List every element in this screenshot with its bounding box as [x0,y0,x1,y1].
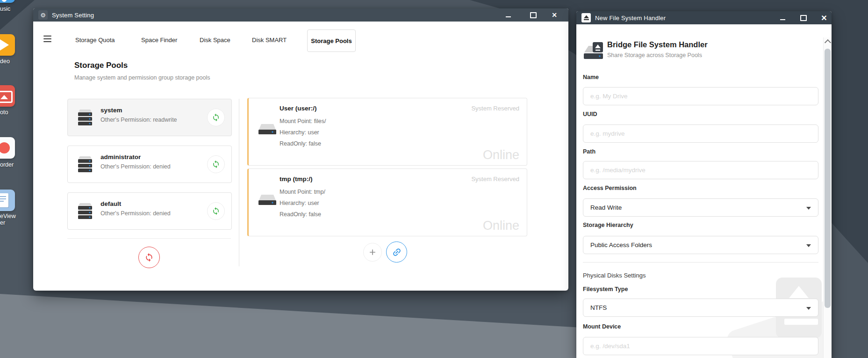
handler-readonly: ReadOnly: false [280,140,321,147]
handler-window-title: New File System Handler [595,11,666,24]
handler-title: User (user:/) [280,105,317,112]
gear-icon: ⚙ [38,10,48,20]
play-icon [0,39,9,51]
new-file-system-handler-window: New File System Handler ✕ [576,11,832,358]
handler-form: Bridge File System Handler Share Storage… [576,24,832,358]
pool-name: system [100,107,122,114]
storage-hierarchy-select[interactable]: Public Access Folders [583,236,818,254]
name-input[interactable] [583,87,818,105]
add-handler-button[interactable] [363,243,382,262]
handler-card-user[interactable]: User (user:/) Mount Point: files/ Hierar… [247,98,527,166]
access-permission-value: Read Write [590,204,622,211]
handler-mount-point: Mount Point: tmp/ [280,189,325,195]
pool-list-divider [67,238,231,239]
refresh-pools-button[interactable] [138,247,160,268]
handler-form-title: Bridge File System Handler [607,40,708,49]
handler-mount-point: Mount Point: files/ [280,118,326,124]
handler-form-subtitle: Share Storage across Storage Pools [607,52,702,58]
scrollbar-thumb[interactable] [825,49,831,308]
form-divider [583,262,818,263]
chevron-down-icon [806,244,811,247]
fileviewer-app-label: eView [0,213,16,219]
close-button[interactable]: ✕ [551,12,558,18]
sync-pool-button[interactable] [207,155,225,173]
scrollbar[interactable] [823,37,832,358]
mount-device-input[interactable] [583,337,818,355]
name-label: Name [583,74,599,80]
video-app-label: deo [0,58,10,65]
sync-pool-button[interactable] [207,109,225,126]
pool-card-system[interactable]: system Other's Permission: readwrite [67,99,232,136]
bridge-drive-icon [583,40,604,64]
storage-hierarchy-label: Storage Hierarchy [583,222,633,228]
tab-storage-pools[interactable]: Storage Pools [307,29,356,52]
pool-card-administrator[interactable]: administrator Other's Permission: denied [67,146,232,183]
handler-window-titlebar[interactable]: New File System Handler ✕ [576,11,832,24]
link-handler-button[interactable] [386,241,407,263]
sync-pool-button[interactable] [207,202,225,220]
disk-icon [258,194,277,208]
access-permission-select[interactable]: Read Write [583,198,818,217]
filesystem-type-label: Filesystem Type [583,286,628,292]
column-divider [239,99,239,266]
pool-name: default [100,200,121,207]
document-icon [0,193,8,207]
recorder-app-icon[interactable] [0,137,15,159]
handler-card-tmp[interactable]: tmp (tmp:/) Mount Point: tmp/ Hierarchy:… [247,168,527,236]
menu-hamburger-icon[interactable] [43,36,51,44]
filesystem-type-value: NTFS [590,304,607,311]
handler-hierarchy: Hierarchy: user [280,129,319,136]
filesystem-type-select[interactable]: NTFS [583,299,818,317]
video-app-icon[interactable] [0,34,15,56]
close-button[interactable]: ✕ [820,15,828,21]
scroll-up-arrow-icon[interactable] [825,39,831,46]
system-reserved-badge: System Reserved [471,175,519,183]
system-setting-window: ⚙ System Setting ✕ Storage Quota Space F… [33,8,568,291]
disk-icon [258,124,277,138]
uuid-input[interactable] [583,124,818,143]
access-permission-label: Access Permission [583,185,637,191]
tab-disk-space[interactable]: Disk Space [200,33,230,47]
minimize-button[interactable] [504,12,512,18]
record-dot-icon [0,142,10,153]
path-input[interactable] [583,161,818,179]
recorder-app-label: order [0,161,14,168]
online-status-watermark: Online [483,148,519,162]
system-setting-window-title: System Setting [52,8,94,22]
minimize-button[interactable] [779,15,786,21]
pool-permission: Other's Permission: denied [100,163,171,170]
page-title: Storage Pools [74,61,128,70]
pool-permission: Other's Permission: denied [100,210,171,217]
server-icon [77,156,93,175]
music-app-label: usic [0,6,10,12]
maximize-button[interactable] [530,12,537,18]
photo-app-icon[interactable] [0,85,15,107]
mount-device-label: Mount Device [583,323,621,330]
handler-title: tmp (tmp:/) [280,175,312,183]
fileviewer-app-icon[interactable] [0,190,15,211]
online-status-watermark: Online [483,219,519,233]
handler-readonly: ReadOnly: false [280,211,321,218]
eject-drive-icon [581,13,591,22]
server-icon [77,109,93,128]
pool-card-default[interactable]: default Other's Permission: denied [67,192,232,230]
chevron-down-icon [806,307,811,310]
uuid-label: UUID [583,111,597,117]
chevron-down-icon [806,207,811,210]
pool-name: administrator [100,153,141,161]
physical-disks-section-title: Physical Disks Settings [583,272,646,279]
server-icon [77,203,93,221]
page-subtitle: Manage system and permission group stora… [74,74,210,81]
photo-frame-icon [0,91,13,103]
photo-mountain-icon [0,95,8,99]
storage-hierarchy-value: Public Access Folders [590,241,652,248]
desktop: usic deo oto order eView er ⚙ System Set… [0,0,868,358]
handler-hierarchy: Hierarchy: user [280,200,319,206]
tab-storage-quota[interactable]: Storage Quota [75,33,115,47]
tab-disk-smart[interactable]: Disk SMART [252,33,287,47]
tab-space-finder[interactable]: Space Finder [141,33,177,47]
fileviewer-app-label-line2: er [0,219,5,226]
maximize-button[interactable] [800,15,807,21]
system-setting-titlebar[interactable]: ⚙ System Setting ✕ [33,8,568,22]
pool-permission: Other's Permission: readwrite [100,117,177,123]
